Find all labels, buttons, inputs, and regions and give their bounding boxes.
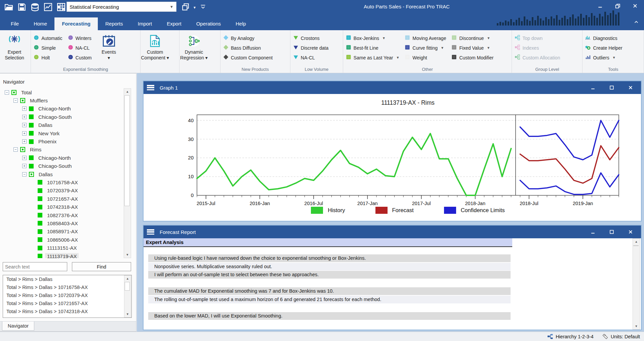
tree-expander-icon[interactable]: + xyxy=(22,164,27,168)
search-result-item[interactable]: Total > Rims > Dallas xyxy=(3,275,131,283)
tree-item-10721657-ax[interactable]: 10721657-AX xyxy=(1,195,132,203)
tree-item-11113719-ax[interactable]: 11113719-AX xyxy=(1,252,132,258)
grid-table-icon[interactable] xyxy=(56,2,66,11)
search-result-item[interactable]: Total > Rims > Dallas > 10721657-AX xyxy=(3,299,131,307)
tab-export[interactable]: Export xyxy=(159,17,189,30)
search-input[interactable] xyxy=(3,262,67,271)
minimize-button[interactable] xyxy=(589,84,597,91)
search-result-item[interactable]: Total > Rims > Dallas > 10742318-AX xyxy=(3,307,131,315)
ribbon-button-curve-fitting[interactable]: Curve fitting▼ xyxy=(402,43,449,53)
ribbon-button-events[interactable]: Events▾ xyxy=(94,32,123,65)
ribbon-button-dynamic-regression[interactable]: DynamicRegression ▾ xyxy=(179,32,208,65)
ribbon-button-simple[interactable]: Simple xyxy=(31,43,65,53)
tree-item-10720379-ax[interactable]: 10720379-AX xyxy=(1,187,132,195)
tree-expander-icon[interactable]: + xyxy=(22,139,27,144)
tab-home[interactable]: Home xyxy=(26,17,54,30)
pages-icon[interactable] xyxy=(182,3,190,12)
search-result-item[interactable]: Total > Rims > Dallas > 10716758-AX xyxy=(3,283,131,291)
tree-item-chicago-south[interactable]: +Chicago-South xyxy=(1,162,132,170)
tree-item-rims[interactable]: −Rims xyxy=(1,146,132,154)
tree-expander-icon[interactable]: + xyxy=(22,123,27,127)
ribbon-button-na-cl[interactable]: NA-CL xyxy=(290,53,331,62)
tree-item-10858971-ax[interactable]: 10858971-AX xyxy=(1,228,132,236)
ribbon-button-custom[interactable]: Custom xyxy=(65,53,94,62)
hamburger-menu-icon[interactable] xyxy=(147,84,155,91)
tree-expander-icon[interactable]: + xyxy=(22,115,27,119)
chevron-down-icon[interactable]: ▼ xyxy=(193,6,196,9)
tree-item-chicago-north[interactable]: +Chicago-North xyxy=(1,154,132,162)
save-icon[interactable] xyxy=(17,2,26,11)
tree-item-chicago-north[interactable]: +Chicago-North xyxy=(1,105,132,113)
find-button[interactable]: Find xyxy=(72,262,131,271)
scroll-down-icon[interactable]: ▼ xyxy=(124,311,131,317)
ribbon-button-winters[interactable]: Winters xyxy=(65,33,94,43)
ribbon-button-holt[interactable]: Holt xyxy=(31,53,65,62)
minimize-button[interactable] xyxy=(589,228,597,236)
tab-reports[interactable]: Reports xyxy=(98,17,130,30)
ribbon-button-by-analogy[interactable]: By Analogy xyxy=(220,33,276,43)
scroll-up-icon[interactable]: ▲ xyxy=(633,239,640,245)
tree-expander-icon[interactable]: − xyxy=(5,90,9,95)
vertical-scrollbar[interactable]: ▲▼ xyxy=(124,88,131,258)
scroll-thumb[interactable] xyxy=(124,95,130,206)
ribbon-button-weight[interactable]: Weight xyxy=(402,53,449,62)
ribbon-button-best-fit-line[interactable]: Best-fit Line xyxy=(343,43,402,53)
tree-item-10742318-ax[interactable]: 10742318-AX xyxy=(1,203,132,211)
tree-expander-icon[interactable]: − xyxy=(22,172,27,177)
tab-import[interactable]: Import xyxy=(130,17,160,30)
tree-expander-icon[interactable]: + xyxy=(22,106,27,111)
ribbon-button-automatic[interactable]: Automatic xyxy=(31,33,65,43)
ribbon-button-na-cl[interactable]: NA-CL xyxy=(65,43,94,53)
scroll-up-icon[interactable]: ▲ xyxy=(124,276,131,282)
tree-expander-icon[interactable]: − xyxy=(13,147,18,152)
minimize-button[interactable] xyxy=(596,2,604,9)
tab-navigator[interactable]: Navigator xyxy=(2,322,34,331)
tree-expander-icon[interactable]: + xyxy=(22,156,27,160)
hamburger-menu-icon[interactable] xyxy=(147,229,155,235)
ribbon-button-custom-component[interactable]: CustomComponent ▾ xyxy=(140,32,169,65)
ribbon-button-bass-diffusion[interactable]: Bass Diffusion xyxy=(220,43,276,53)
forecast-mode-selector[interactable]: Statistical Forecasting ▼ xyxy=(67,2,176,12)
collapse-ribbon-icon[interactable] xyxy=(634,20,639,26)
vertical-scrollbar[interactable]: ▲▼ xyxy=(124,275,131,318)
maximize-button[interactable] xyxy=(607,84,616,91)
tree-expander-icon[interactable]: + xyxy=(22,131,27,136)
tree-item-10858403-ax[interactable]: 10858403-AX xyxy=(1,219,132,227)
line-chart-icon[interactable] xyxy=(43,2,52,11)
close-button[interactable] xyxy=(626,228,635,236)
ribbon-button-outliers[interactable]: Outliers▼ xyxy=(582,53,625,62)
tree-item-11113151-ax[interactable]: 11113151-AX xyxy=(1,244,132,252)
tree-item-10827376-ax[interactable]: 10827376-AX xyxy=(1,211,132,219)
scroll-down-icon[interactable]: ▼ xyxy=(633,323,640,329)
ribbon-button-create-helper[interactable]: Create Helper xyxy=(582,43,625,53)
tree-expander-icon[interactable]: − xyxy=(13,98,18,103)
tree-item-10865006-ax[interactable]: 10865006-AX xyxy=(1,236,132,244)
open-folder-icon[interactable] xyxy=(4,2,13,11)
tree-item-phoenix[interactable]: +Phoenix xyxy=(1,137,132,145)
ribbon-button-discrete-data[interactable]: Discrete data xyxy=(290,43,331,53)
search-result-item[interactable]: Total > Rims > Dallas > 10720379-AX xyxy=(3,291,131,299)
vertical-scrollbar[interactable]: ▲▼ xyxy=(633,238,640,330)
ribbon-button-moving-average[interactable]: Moving Average xyxy=(402,33,449,43)
ribbon-button-box-jenkins[interactable]: Box-Jenkins▼ xyxy=(343,33,402,43)
ribbon-options-icon[interactable] xyxy=(200,3,206,11)
tree-item-10716758-ax[interactable]: 10716758-AX xyxy=(1,178,132,186)
tree-item-mufflers[interactable]: −Mufflers xyxy=(1,96,132,104)
ribbon-button-diagnostics[interactable]: Diagnostics xyxy=(582,33,625,43)
tab-forecasting[interactable]: Forecasting xyxy=(54,17,98,30)
scroll-up-icon[interactable]: ▲ xyxy=(124,89,131,95)
tree-item-new-york[interactable]: +New York xyxy=(1,129,132,137)
close-button[interactable] xyxy=(631,2,639,9)
scroll-down-icon[interactable]: ▼ xyxy=(124,252,131,258)
ribbon-button-expert-selection[interactable]: ExpertSelection xyxy=(0,32,29,65)
restore-button[interactable] xyxy=(613,2,622,9)
database-icon[interactable] xyxy=(30,2,39,11)
maximize-button[interactable] xyxy=(607,228,616,236)
tree-item-chicago-south[interactable]: +Chicago-South xyxy=(1,113,132,121)
tab-file[interactable]: File xyxy=(3,17,26,30)
ribbon-button-custom-modifier[interactable]: Custom Modifier xyxy=(449,53,496,62)
close-button[interactable] xyxy=(626,84,635,91)
tree-item-dallas[interactable]: +Dallas xyxy=(1,121,132,129)
tab-operations[interactable]: Operations xyxy=(189,17,228,30)
tab-help[interactable]: Help xyxy=(228,17,253,30)
